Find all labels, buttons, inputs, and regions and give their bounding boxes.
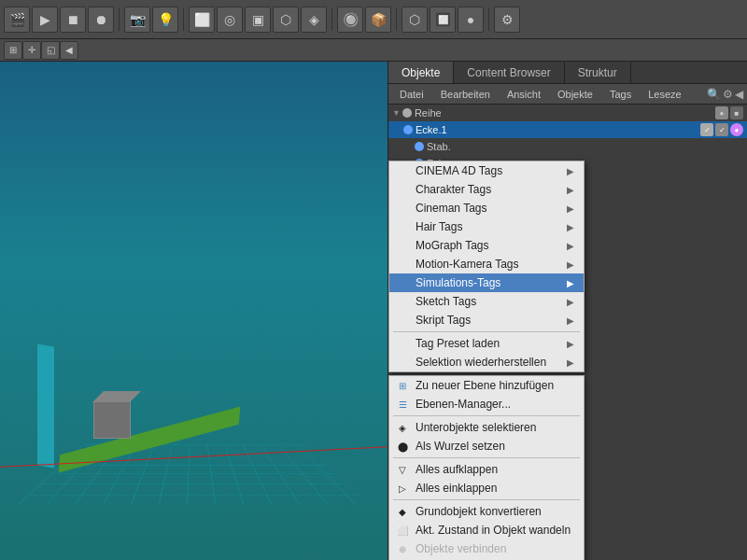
cm-simulations-tags[interactable]: Simulations-Tags ▶	[389, 273, 584, 292]
toolbar-btn-10[interactable]: ⬡	[273, 7, 299, 33]
toolbar-btn-16[interactable]: ●	[458, 7, 484, 33]
toolbar-btn-14[interactable]: ⬡	[402, 7, 428, 33]
cm-ebenen-manager[interactable]: ☰ Ebenen-Manager...	[389, 395, 584, 413]
sep-3	[331, 8, 332, 31]
minimize-icon[interactable]: ◀	[735, 88, 743, 101]
cm-unterobjekte[interactable]: ◈ Unterobjekte selektieren	[389, 418, 584, 437]
toolbar-btn-3[interactable]: ⏹	[60, 7, 86, 33]
cm-tag-preset[interactable]: Tag Preset laden ▶	[389, 334, 584, 353]
cm-verbinden[interactable]: ⊕ Objekte verbinden	[389, 539, 584, 558]
vis-icon-reihe[interactable]: ●	[715, 106, 728, 119]
toolbar-btn-7[interactable]: ⬜	[189, 7, 215, 33]
toolbar-btn-13[interactable]: 📦	[365, 7, 391, 33]
toolbar-btn-1[interactable]: 🎬	[4, 7, 30, 33]
menu-ansicht[interactable]: Ansicht	[500, 87, 548, 102]
toolbar-btn-6[interactable]: 💡	[152, 7, 178, 33]
tab-bar: Objekte Content Browser Struktur	[388, 62, 747, 84]
cm-label-mograph: MoGraph Tags	[416, 239, 489, 252]
verbinden-icon: ⊕	[395, 541, 410, 556]
row-label-ecke1: Ecke.1	[416, 124, 447, 135]
cm-arrow-charakter: ▶	[567, 185, 574, 195]
menu-bearbeiten[interactable]: Bearbeiten	[433, 87, 498, 102]
main-area: Objekte Content Browser Struktur Datei B…	[0, 62, 747, 560]
menu-objekte[interactable]: Objekte	[550, 87, 600, 102]
cm-sep-b1	[393, 415, 580, 416]
coord-btn[interactable]: ✛	[22, 41, 41, 60]
toolbar-btn-2[interactable]: ▶	[32, 7, 58, 33]
grundobjekt-icon: ◆	[395, 504, 410, 519]
cm-label-zustand: Akt. Zustand in Objekt wandeln	[416, 524, 571, 537]
lock-icon-reihe[interactable]: ■	[730, 106, 743, 119]
menu-bar: Datei Bearbeiten Ansicht Objekte Tags Le…	[388, 84, 747, 105]
cm-sketch-tags[interactable]: Sketch Tags ▶	[389, 292, 584, 311]
snap-btn[interactable]: ⊞	[4, 41, 22, 60]
cm-cineman-tags[interactable]: Cineman Tags ▶	[389, 199, 584, 217]
cm-arrow-hair: ▶	[567, 222, 574, 232]
toolbar-btn-12[interactable]: 🔘	[337, 7, 363, 33]
wurzel-icon: ⬤	[395, 439, 410, 454]
cm-charakter-tags[interactable]: Charakter Tags ▶	[389, 180, 584, 199]
toolbar-btn-4[interactable]: ⏺	[88, 7, 114, 33]
teal-bar-object	[37, 343, 54, 468]
cm-grundobjekt[interactable]: ◆ Grundobjekt konvertieren	[389, 502, 584, 521]
cm-zustand[interactable]: ⬜ Akt. Zustand in Objekt wandeln	[389, 521, 584, 539]
cm-label-ebenen: Ebenen-Manager...	[416, 398, 511, 411]
right-panel: Objekte Content Browser Struktur Datei B…	[388, 62, 747, 560]
tab-objekte[interactable]: Objekte	[388, 62, 454, 83]
cm-label-unterobjekte: Unterobjekte selektieren	[416, 421, 536, 434]
tag-icon-ecke1[interactable]: ●	[730, 123, 743, 136]
row-icon-ecke1	[403, 125, 413, 134]
einklappen-icon: ▷	[395, 481, 410, 496]
toolbar-btn-5[interactable]: 📷	[124, 7, 150, 33]
tree-row-reihe[interactable]: ▼ Reihe ● ■	[388, 105, 747, 121]
cm-einklappen[interactable]: ▷ Alles einklappen	[389, 479, 584, 497]
aufklappen-icon: ▽	[395, 462, 410, 477]
toolbar-btn-8[interactable]: ◎	[217, 7, 243, 33]
tab-struktur[interactable]: Struktur	[565, 62, 631, 83]
search-area: 🔍 ⚙ ◀	[707, 88, 743, 101]
menu-leseze[interactable]: Leseze	[641, 87, 688, 102]
tree-row-ecke1[interactable]: Ecke.1 ✓ ✓ ●	[388, 121, 747, 138]
settings-icon[interactable]: ⚙	[723, 88, 733, 101]
checkmark-ecke1[interactable]: ✓	[715, 123, 728, 136]
row-icon-reihe	[402, 108, 412, 118]
cm-label-cinema4d: CINEMA 4D Tags	[416, 164, 502, 177]
cm-label-aufklappen: Alles aufklappen	[416, 463, 498, 476]
cm-arrow-skript: ▶	[567, 315, 574, 326]
cm-hair-tags[interactable]: Hair Tags ▶	[389, 217, 584, 236]
menu-datei[interactable]: Datei	[392, 87, 431, 102]
row-label-stab1: Stab.	[427, 141, 451, 152]
cm-label-tagpreset: Tag Preset laden	[416, 337, 500, 350]
cm-arrow-motion: ▶	[567, 259, 574, 270]
secondary-toolbar: ⊞ ✛ ◱ ◀	[0, 39, 747, 62]
cm-cinema4d-tags[interactable]: CINEMA 4D Tags ▶	[389, 161, 584, 180]
cm-mograph-tags[interactable]: MoGraph Tags ▶	[389, 236, 584, 255]
cm-label-neue-ebene: Zu neuer Ebene hinzufügen	[416, 379, 554, 392]
cm-arrow-cinema4d: ▶	[567, 166, 574, 176]
tab-content-browser[interactable]: Content Browser	[454, 62, 564, 83]
menu-tags[interactable]: Tags	[602, 87, 639, 102]
cm-motion-kamera[interactable]: Motion-Kamera Tags ▶	[389, 255, 584, 273]
cm-selektion[interactable]: Selektion wiederherstellen ▶	[389, 353, 584, 371]
object-list[interactable]: ▼ Reihe ● ■ Ecke.1 ✓ ✓ ● Stab.	[388, 105, 747, 560]
cm-arrow-mograph: ▶	[567, 241, 574, 251]
main-toolbar: 🎬 ▶ ⏹ ⏺ 📷 💡 ⬜ ◎ ▣ ⬡ ◈ 🔘 📦 ⬡ 🔲 ● ⚙	[0, 0, 747, 39]
cm-aufklappen[interactable]: ▽ Alles aufklappen	[389, 460, 584, 479]
search-icon[interactable]: 🔍	[707, 88, 721, 101]
cm-neue-ebene[interactable]: ⊞ Zu neuer Ebene hinzufügen	[389, 376, 584, 395]
cm-label-grundobjekt: Grundobjekt konvertieren	[416, 505, 542, 518]
expand-arrow-reihe[interactable]: ▼	[392, 108, 401, 118]
toolbar-btn-11[interactable]: ◈	[301, 7, 327, 33]
cm-skript-tags[interactable]: Skript Tags ▶	[389, 311, 584, 329]
vis-icon-ecke1[interactable]: ✓	[700, 123, 713, 136]
row-icons-ecke1: ✓ ✓ ●	[700, 123, 743, 136]
toolbar-btn-9[interactable]: ▣	[245, 7, 271, 33]
viewport[interactable]	[0, 62, 388, 560]
toolbar-btn-17[interactable]: ⚙	[494, 7, 520, 33]
zustand-icon: ⬜	[395, 523, 410, 538]
cm-wurzel[interactable]: ⬤ Als Wurzel setzen	[389, 437, 584, 455]
view-btn[interactable]: ◱	[41, 41, 60, 60]
toolbar-btn-15[interactable]: 🔲	[430, 7, 456, 33]
tree-row-stab1[interactable]: Stab.	[388, 138, 747, 155]
render-btn[interactable]: ◀	[60, 41, 78, 60]
